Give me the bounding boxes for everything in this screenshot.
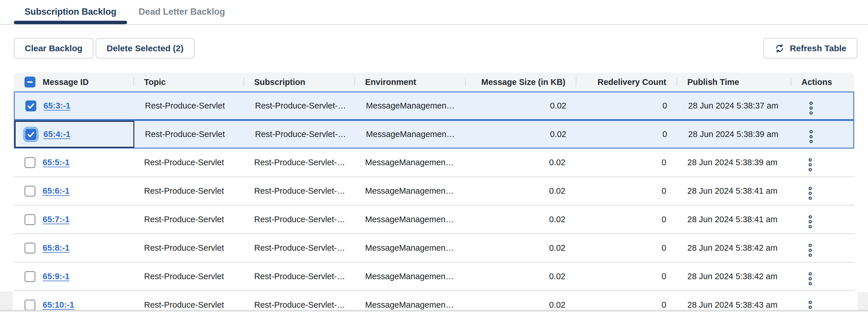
redelivery-count-cell: 0 [577, 130, 678, 139]
row-checkbox[interactable] [25, 300, 35, 311]
topic-cell: Rest-Produce-Servlet [134, 130, 244, 139]
tab-dead-letter-backlog[interactable]: Dead Letter Backlog [130, 0, 234, 24]
redelivery-count-cell: 0 [577, 101, 678, 110]
table-row[interactable]: 65:10:-1 Rest-Produce-Servlet Rest-Produ… [14, 291, 854, 312]
header-environment: Environment [354, 73, 465, 92]
message-size-cell: 0.02 [465, 300, 576, 310]
table-header-row: Message ID Topic Subscription Environmen… [14, 73, 854, 92]
actions-cell [791, 182, 854, 200]
table-row[interactable]: 65:3:-1 Rest-Produce-Servlet Rest-Produc… [14, 92, 854, 120]
header-actions: Actions [791, 73, 854, 92]
tab-bar: Subscription Backlog Dead Letter Backlog [0, 0, 868, 25]
row-checkbox[interactable] [25, 157, 35, 168]
message-size-cell: 0.02 [465, 186, 576, 196]
message-size-cell: 0.02 [465, 272, 576, 281]
row-checkbox[interactable] [25, 186, 35, 197]
environment-cell: MessageManagemen… [355, 130, 466, 139]
subscription-cell: Rest-Produce-Servlet-… [244, 101, 355, 110]
delete-selected-button[interactable]: Delete Selected (2) [96, 38, 194, 59]
subscription-cell: Rest-Produce-Servlet-… [244, 158, 354, 167]
message-id-cell: 65:4:-1 [15, 121, 134, 148]
environment-cell: MessageManagemen… [354, 186, 465, 196]
message-id-cell: 65:9:-1 [14, 263, 133, 290]
clear-backlog-label: Clear Backlog [25, 43, 83, 53]
topic-cell: Rest-Produce-Servlet [134, 101, 244, 110]
row-checkbox[interactable] [25, 243, 35, 253]
message-id-link[interactable]: 65:6:-1 [43, 186, 70, 196]
topic-cell: Rest-Produce-Servlet [133, 243, 244, 253]
row-actions-menu-icon[interactable] [791, 272, 812, 285]
actions-cell [791, 297, 854, 312]
publish-time-cell: 28 Jun 2024 5:38:41 am [677, 215, 791, 224]
refresh-table-label: Refresh Table [790, 43, 846, 53]
row-actions-menu-icon[interactable] [792, 102, 813, 114]
message-size-cell: 0.02 [465, 243, 576, 253]
table-row[interactable]: 65:5:-1 Rest-Produce-Servlet Rest-Produc… [14, 148, 854, 177]
publish-time-cell: 28 Jun 2024 5:38:42 am [677, 272, 791, 281]
header-topic: Topic [133, 73, 244, 92]
message-id-cell: 65:3:-1 [15, 93, 134, 119]
clear-backlog-button[interactable]: Clear Backlog [14, 38, 93, 59]
actions-cell [792, 97, 855, 114]
subscription-cell: Rest-Produce-Servlet-… [244, 130, 355, 139]
redelivery-count-cell: 0 [576, 215, 677, 224]
row-checkbox[interactable] [25, 214, 35, 225]
row-checkbox[interactable] [25, 100, 36, 111]
subscription-cell: Rest-Produce-Servlet-… [244, 215, 354, 224]
subscription-cell: Rest-Produce-Servlet-… [244, 243, 354, 253]
environment-cell: MessageManagemen… [354, 272, 465, 281]
redelivery-count-cell: 0 [576, 158, 677, 167]
row-checkbox[interactable] [25, 271, 35, 282]
message-id-cell: 65:8:-1 [14, 234, 133, 262]
topic-cell: Rest-Produce-Servlet [133, 186, 244, 196]
active-tab-indicator [14, 21, 127, 24]
topic-cell: Rest-Produce-Servlet [133, 215, 244, 224]
message-id-cell: 65:10:-1 [14, 291, 133, 312]
actions-cell [791, 154, 854, 171]
publish-time-cell: 28 Jun 2024 5:38:41 am [677, 186, 791, 196]
topic-cell: Rest-Produce-Servlet [133, 300, 244, 310]
subscription-cell: Rest-Produce-Servlet-… [244, 272, 354, 281]
table-row[interactable]: 65:6:-1 Rest-Produce-Servlet Rest-Produc… [14, 177, 854, 206]
row-checkbox[interactable] [25, 129, 36, 140]
bottom-left-page-edge [0, 291, 13, 310]
environment-cell: MessageManagemen… [354, 215, 465, 224]
redelivery-count-cell: 0 [576, 272, 677, 281]
refresh-icon [774, 43, 785, 54]
delete-selected-label: Delete Selected (2) [106, 43, 184, 53]
table-row[interactable]: 65:9:-1 Rest-Produce-Servlet Rest-Produc… [14, 263, 854, 291]
message-id-link[interactable]: 65:8:-1 [43, 243, 70, 253]
message-id-link[interactable]: 65:4:-1 [43, 130, 71, 139]
select-all-checkbox[interactable] [25, 76, 35, 88]
message-id-link[interactable]: 65:7:-1 [43, 215, 70, 224]
refresh-table-button[interactable]: Refresh Table [764, 38, 857, 59]
table-row[interactable]: 65:4:-1 Rest-Produce-Servlet Rest-Produc… [14, 120, 854, 148]
message-size-cell: 0.02 [465, 215, 576, 224]
row-actions-menu-icon[interactable] [791, 187, 812, 200]
publish-time-cell: 28 Jun 2024 5:38:39 am [678, 130, 792, 139]
actions-cell [791, 211, 854, 228]
table-body: 65:3:-1 Rest-Produce-Servlet Rest-Produc… [14, 92, 854, 312]
message-id-cell: 65:6:-1 [14, 177, 133, 205]
publish-time-cell: 28 Jun 2024 5:38:43 am [677, 300, 791, 310]
row-actions-menu-icon[interactable] [791, 215, 812, 228]
environment-cell: MessageManagemen… [354, 243, 465, 253]
message-id-link[interactable]: 65:9:-1 [43, 272, 70, 281]
publish-time-cell: 28 Jun 2024 5:38:39 am [677, 158, 791, 167]
topic-cell: Rest-Produce-Servlet [133, 158, 244, 167]
message-id-link[interactable]: 65:3:-1 [43, 101, 71, 110]
row-actions-menu-icon[interactable] [791, 158, 812, 171]
actions-cell [792, 126, 855, 143]
row-actions-menu-icon[interactable] [791, 244, 812, 257]
row-actions-menu-icon[interactable] [792, 130, 813, 143]
message-id-link[interactable]: 65:10:-1 [43, 300, 74, 310]
subscription-cell: Rest-Produce-Servlet-… [244, 186, 354, 196]
environment-cell: MessageManagemen… [354, 300, 465, 310]
table-row[interactable]: 65:8:-1 Rest-Produce-Servlet Rest-Produc… [14, 234, 854, 263]
backlog-table: Message ID Topic Subscription Environmen… [14, 73, 854, 312]
message-id-link[interactable]: 65:5:-1 [43, 158, 70, 167]
table-row[interactable]: 65:7:-1 Rest-Produce-Servlet Rest-Produc… [14, 206, 854, 234]
tab-subscription-backlog[interactable]: Subscription Backlog [14, 0, 127, 24]
message-size-cell: 0.02 [465, 158, 576, 167]
redelivery-count-cell: 0 [576, 186, 677, 196]
